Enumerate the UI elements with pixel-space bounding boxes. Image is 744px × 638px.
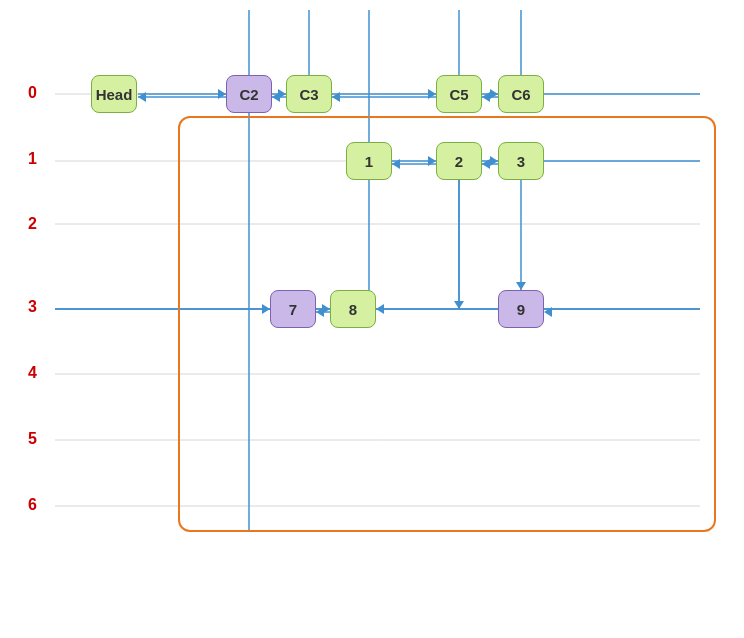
node-8: 8: [330, 290, 376, 328]
node-c3: C3: [286, 75, 332, 113]
row-label-2: 2: [28, 215, 37, 233]
node-c5: C5: [436, 75, 482, 113]
row-label-1: 1: [28, 150, 37, 168]
node-c6: C6: [498, 75, 544, 113]
row-label-4: 4: [28, 364, 37, 382]
node-7: 7: [270, 290, 316, 328]
node-3: 3: [498, 142, 544, 180]
row-label-3: 3: [28, 298, 37, 316]
row-label-5: 5: [28, 430, 37, 448]
node-1: 1: [346, 142, 392, 180]
node-2: 2: [436, 142, 482, 180]
row-label-0: 0: [28, 84, 37, 102]
node-9: 9: [498, 290, 544, 328]
node-c2: C2: [226, 75, 272, 113]
row-label-6: 6: [28, 496, 37, 514]
node-head: Head: [91, 75, 137, 113]
